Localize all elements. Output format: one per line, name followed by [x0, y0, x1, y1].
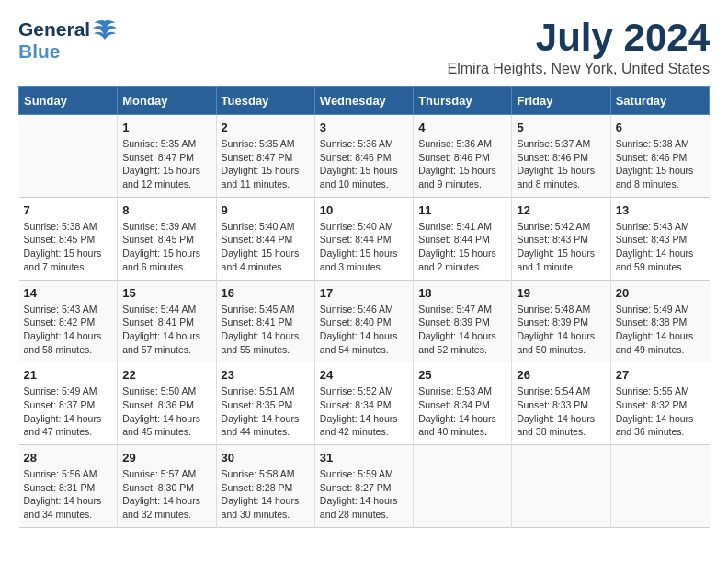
- cell-details: Sunrise: 5:56 AMSunset: 8:31 PMDaylight:…: [24, 467, 113, 522]
- column-header-monday: Monday: [118, 87, 216, 115]
- calendar-cell: 22Sunrise: 5:50 AMSunset: 8:36 PMDayligh…: [118, 362, 216, 445]
- calendar-week-row: 7Sunrise: 5:38 AMSunset: 8:45 PMDaylight…: [19, 197, 710, 280]
- calendar-cell: 29Sunrise: 5:57 AMSunset: 8:30 PMDayligh…: [118, 445, 216, 528]
- calendar-cell: [414, 445, 512, 528]
- cell-details: Sunrise: 5:55 AMSunset: 8:32 PMDaylight:…: [616, 385, 705, 439]
- calendar-week-row: 14Sunrise: 5:43 AMSunset: 8:42 PMDayligh…: [19, 280, 710, 362]
- day-number: 11: [418, 203, 506, 217]
- calendar-week-row: 1Sunrise: 5:35 AMSunset: 8:47 PMDaylight…: [19, 115, 710, 198]
- cell-details: Sunrise: 5:43 AMSunset: 8:43 PMDaylight:…: [616, 220, 705, 274]
- day-number: 15: [122, 286, 210, 300]
- calendar-cell: 31Sunrise: 5:59 AMSunset: 8:27 PMDayligh…: [314, 445, 413, 528]
- header: General Blue July 2024 Elmira Heights, N…: [18, 18, 710, 77]
- cell-details: Sunrise: 5:40 AMSunset: 8:44 PMDaylight:…: [222, 220, 310, 274]
- day-number: 10: [320, 203, 408, 217]
- calendar-cell: [512, 445, 610, 528]
- calendar-cell: [610, 445, 709, 528]
- day-number: 27: [616, 368, 705, 382]
- day-number: 22: [122, 368, 210, 382]
- cell-details: Sunrise: 5:38 AMSunset: 8:45 PMDaylight:…: [24, 220, 113, 274]
- cell-details: Sunrise: 5:36 AMSunset: 8:46 PMDaylight:…: [320, 137, 408, 191]
- cell-details: Sunrise: 5:54 AMSunset: 8:33 PMDaylight:…: [517, 385, 605, 439]
- cell-details: Sunrise: 5:35 AMSunset: 8:47 PMDaylight:…: [222, 137, 310, 191]
- cell-details: Sunrise: 5:41 AMSunset: 8:44 PMDaylight:…: [418, 220, 506, 274]
- day-number: 25: [418, 368, 506, 382]
- calendar-cell: 26Sunrise: 5:54 AMSunset: 8:33 PMDayligh…: [512, 362, 610, 445]
- column-header-friday: Friday: [512, 87, 610, 115]
- calendar-cell: 9Sunrise: 5:40 AMSunset: 8:44 PMDaylight…: [216, 197, 314, 280]
- cell-details: Sunrise: 5:42 AMSunset: 8:43 PMDaylight:…: [517, 220, 605, 274]
- cell-details: Sunrise: 5:40 AMSunset: 8:44 PMDaylight:…: [320, 220, 408, 274]
- column-header-thursday: Thursday: [414, 87, 512, 115]
- calendar-week-row: 21Sunrise: 5:49 AMSunset: 8:37 PMDayligh…: [19, 362, 710, 445]
- cell-details: Sunrise: 5:35 AMSunset: 8:47 PMDaylight:…: [122, 137, 210, 191]
- logo-bird-icon: [92, 19, 118, 40]
- day-number: 31: [320, 451, 408, 465]
- day-number: 8: [122, 203, 210, 217]
- day-number: 29: [122, 451, 210, 465]
- day-number: 17: [320, 286, 408, 300]
- day-number: 24: [320, 368, 408, 382]
- day-number: 23: [222, 368, 310, 382]
- day-number: 13: [616, 203, 705, 217]
- day-number: 5: [517, 121, 605, 134]
- column-header-saturday: Saturday: [610, 87, 709, 115]
- calendar-cell: 10Sunrise: 5:40 AMSunset: 8:44 PMDayligh…: [314, 197, 413, 280]
- calendar-cell: 30Sunrise: 5:58 AMSunset: 8:28 PMDayligh…: [216, 445, 314, 528]
- column-header-wednesday: Wednesday: [314, 87, 413, 115]
- calendar-cell: 17Sunrise: 5:46 AMSunset: 8:40 PMDayligh…: [314, 280, 413, 362]
- calendar-cell: 23Sunrise: 5:51 AMSunset: 8:35 PMDayligh…: [216, 362, 314, 445]
- calendar-cell: 21Sunrise: 5:49 AMSunset: 8:37 PMDayligh…: [19, 362, 118, 445]
- title-area: July 2024 Elmira Heights, New York, Unit…: [448, 18, 710, 77]
- day-number: 7: [24, 203, 113, 217]
- location-text: Elmira Heights, New York, United States: [448, 61, 710, 77]
- day-number: 1: [122, 121, 210, 134]
- cell-details: Sunrise: 5:36 AMSunset: 8:46 PMDaylight:…: [418, 137, 506, 191]
- cell-details: Sunrise: 5:58 AMSunset: 8:28 PMDaylight:…: [222, 467, 310, 522]
- day-number: 6: [616, 121, 705, 134]
- calendar-cell: 18Sunrise: 5:47 AMSunset: 8:39 PMDayligh…: [414, 280, 512, 362]
- calendar-cell: 28Sunrise: 5:56 AMSunset: 8:31 PMDayligh…: [19, 445, 118, 528]
- calendar-cell: 2Sunrise: 5:35 AMSunset: 8:47 PMDaylight…: [216, 115, 314, 198]
- column-header-tuesday: Tuesday: [216, 87, 314, 115]
- calendar-cell: 13Sunrise: 5:43 AMSunset: 8:43 PMDayligh…: [610, 197, 709, 280]
- calendar-cell: 6Sunrise: 5:38 AMSunset: 8:46 PMDaylight…: [610, 115, 709, 198]
- logo: General Blue: [18, 18, 118, 63]
- calendar-cell: 5Sunrise: 5:37 AMSunset: 8:46 PMDaylight…: [512, 115, 610, 198]
- calendar-cell: 15Sunrise: 5:44 AMSunset: 8:41 PMDayligh…: [118, 280, 216, 362]
- cell-details: Sunrise: 5:51 AMSunset: 8:35 PMDaylight:…: [222, 385, 310, 439]
- calendar-cell: 16Sunrise: 5:45 AMSunset: 8:41 PMDayligh…: [216, 280, 314, 362]
- calendar-cell: 1Sunrise: 5:35 AMSunset: 8:47 PMDaylight…: [118, 115, 216, 198]
- calendar-cell: 12Sunrise: 5:42 AMSunset: 8:43 PMDayligh…: [512, 197, 610, 280]
- calendar-cell: 3Sunrise: 5:36 AMSunset: 8:46 PMDaylight…: [314, 115, 413, 198]
- calendar-cell: 8Sunrise: 5:39 AMSunset: 8:45 PMDaylight…: [118, 197, 216, 280]
- day-number: 2: [222, 121, 310, 134]
- calendar-cell: 24Sunrise: 5:52 AMSunset: 8:34 PMDayligh…: [314, 362, 413, 445]
- cell-details: Sunrise: 5:53 AMSunset: 8:34 PMDaylight:…: [418, 385, 506, 439]
- day-number: 19: [517, 286, 605, 300]
- cell-details: Sunrise: 5:47 AMSunset: 8:39 PMDaylight:…: [418, 303, 506, 357]
- calendar-cell: 20Sunrise: 5:49 AMSunset: 8:38 PMDayligh…: [610, 280, 709, 362]
- calendar-cell: 4Sunrise: 5:36 AMSunset: 8:46 PMDaylight…: [414, 115, 512, 198]
- cell-details: Sunrise: 5:59 AMSunset: 8:27 PMDaylight:…: [320, 467, 408, 522]
- day-number: 20: [616, 286, 705, 300]
- cell-details: Sunrise: 5:37 AMSunset: 8:46 PMDaylight:…: [517, 137, 605, 191]
- logo-general-text: General: [18, 18, 90, 40]
- calendar-week-row: 28Sunrise: 5:56 AMSunset: 8:31 PMDayligh…: [19, 445, 710, 528]
- cell-details: Sunrise: 5:46 AMSunset: 8:40 PMDaylight:…: [320, 303, 408, 357]
- day-number: 4: [418, 121, 506, 134]
- day-number: 3: [320, 121, 408, 134]
- cell-details: Sunrise: 5:49 AMSunset: 8:38 PMDaylight:…: [616, 303, 705, 357]
- calendar-cell: 7Sunrise: 5:38 AMSunset: 8:45 PMDaylight…: [19, 197, 118, 280]
- calendar-cell: 27Sunrise: 5:55 AMSunset: 8:32 PMDayligh…: [610, 362, 709, 445]
- cell-details: Sunrise: 5:49 AMSunset: 8:37 PMDaylight:…: [24, 385, 113, 439]
- cell-details: Sunrise: 5:45 AMSunset: 8:41 PMDaylight:…: [222, 303, 310, 357]
- cell-details: Sunrise: 5:39 AMSunset: 8:45 PMDaylight:…: [122, 220, 210, 274]
- day-number: 16: [222, 286, 310, 300]
- calendar-table: SundayMondayTuesdayWednesdayThursdayFrid…: [18, 86, 710, 528]
- day-number: 30: [222, 451, 310, 465]
- cell-details: Sunrise: 5:50 AMSunset: 8:36 PMDaylight:…: [122, 385, 210, 439]
- day-number: 18: [418, 286, 506, 300]
- cell-details: Sunrise: 5:52 AMSunset: 8:34 PMDaylight:…: [320, 385, 408, 439]
- calendar-cell: [19, 115, 118, 198]
